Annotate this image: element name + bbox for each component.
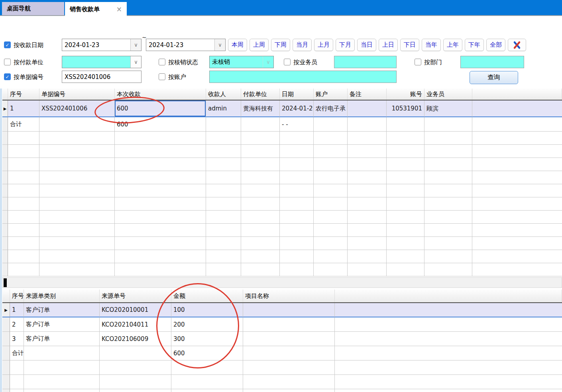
table-row[interactable] bbox=[2, 145, 562, 158]
table-cell[interactable]: 日期 bbox=[280, 89, 314, 100]
table-cell[interactable]: XSS202401006 bbox=[39, 100, 115, 117]
table-cell[interactable] bbox=[280, 250, 314, 263]
table-row[interactable] bbox=[2, 224, 562, 237]
table-cell[interactable] bbox=[314, 171, 348, 184]
table-cell[interactable] bbox=[472, 158, 562, 171]
table-cell[interactable] bbox=[39, 171, 115, 184]
table-cell[interactable] bbox=[8, 184, 39, 197]
table-cell[interactable] bbox=[8, 250, 39, 263]
table-cell[interactable]: 账户 bbox=[314, 89, 348, 100]
table-cell[interactable] bbox=[8, 237, 39, 250]
table-cell[interactable] bbox=[206, 184, 241, 197]
table-cell[interactable] bbox=[8, 263, 39, 276]
table-cell[interactable] bbox=[241, 224, 280, 237]
table-cell[interactable]: 付款单位 bbox=[241, 89, 280, 100]
table-cell[interactable] bbox=[39, 132, 115, 145]
table-cell[interactable] bbox=[206, 197, 241, 211]
table-cell[interactable] bbox=[280, 158, 314, 171]
table-cell[interactable] bbox=[314, 132, 348, 145]
table-cell[interactable] bbox=[348, 224, 387, 237]
table-cell[interactable] bbox=[424, 171, 472, 184]
table-cell[interactable] bbox=[472, 250, 562, 263]
table-cell[interactable] bbox=[387, 132, 424, 145]
table-cell[interactable] bbox=[387, 117, 424, 132]
date-from-combo[interactable]: 2024-01-23 ∨ bbox=[62, 39, 141, 51]
tab-sales-receipt[interactable]: 销售收款单 × bbox=[65, 2, 127, 16]
table-cell[interactable] bbox=[115, 171, 206, 184]
table-cell[interactable] bbox=[314, 158, 348, 171]
table-cell[interactable] bbox=[314, 224, 348, 237]
table-cell[interactable] bbox=[206, 158, 241, 171]
table-cell[interactable] bbox=[280, 132, 314, 145]
table-cell[interactable] bbox=[39, 211, 115, 224]
table-cell[interactable] bbox=[472, 132, 562, 145]
table-cell[interactable]: 金额 bbox=[171, 290, 243, 302]
table-cell[interactable] bbox=[243, 303, 335, 317]
table-cell[interactable] bbox=[243, 375, 335, 389]
table-cell[interactable] bbox=[10, 389, 24, 392]
table-cell[interactable] bbox=[335, 317, 562, 332]
table-cell[interactable]: 200 bbox=[171, 317, 243, 332]
table-cell[interactable] bbox=[243, 360, 335, 375]
table-cell[interactable] bbox=[472, 237, 562, 250]
table-cell[interactable] bbox=[348, 145, 387, 158]
table-cell[interactable] bbox=[241, 171, 280, 184]
account-input[interactable] bbox=[209, 71, 397, 83]
account-checkbox[interactable] bbox=[159, 73, 165, 80]
table-cell[interactable]: 序号 bbox=[8, 89, 39, 100]
table-row[interactable] bbox=[2, 360, 562, 375]
table-cell[interactable] bbox=[387, 158, 424, 171]
table-cell[interactable] bbox=[115, 263, 206, 276]
table-cell[interactable] bbox=[206, 145, 241, 158]
table-row[interactable]: ▶1客户订单KCO202010001100 bbox=[2, 303, 562, 317]
table-row[interactable] bbox=[2, 263, 562, 276]
table-cell[interactable] bbox=[243, 317, 335, 332]
table-cell[interactable] bbox=[241, 117, 280, 132]
table-cell[interactable] bbox=[280, 237, 314, 250]
table-cell[interactable] bbox=[387, 263, 424, 276]
table-cell[interactable] bbox=[472, 89, 562, 100]
table-cell[interactable] bbox=[387, 171, 424, 184]
tab-desktop-navigation[interactable]: 桌面导航 bbox=[2, 2, 64, 15]
table-cell[interactable] bbox=[314, 237, 348, 250]
chevron-down-icon[interactable]: ∨ bbox=[130, 39, 141, 51]
table-cell[interactable] bbox=[2, 290, 10, 302]
table-cell[interactable] bbox=[348, 100, 387, 117]
table-cell[interactable] bbox=[387, 184, 424, 197]
verify-status-checkbox[interactable] bbox=[159, 59, 165, 65]
table-cell[interactable] bbox=[387, 237, 424, 250]
table-cell[interactable] bbox=[39, 117, 115, 132]
table-row[interactable] bbox=[2, 158, 562, 171]
table-cell[interactable] bbox=[280, 263, 314, 276]
table-cell[interactable] bbox=[243, 332, 335, 346]
table-cell[interactable]: 600 bbox=[171, 346, 243, 360]
quick-range-button[interactable]: 下月 bbox=[336, 39, 355, 51]
table-cell[interactable] bbox=[348, 132, 387, 145]
table-cell[interactable] bbox=[115, 224, 206, 237]
table-row[interactable] bbox=[2, 237, 562, 250]
table-cell[interactable] bbox=[206, 263, 241, 276]
table-cell[interactable] bbox=[241, 237, 280, 250]
table-cell[interactable] bbox=[387, 250, 424, 263]
table-cell[interactable] bbox=[39, 263, 115, 276]
table-cell[interactable] bbox=[8, 145, 39, 158]
table-cell[interactable] bbox=[348, 184, 387, 197]
quick-range-button[interactable]: 全部 bbox=[486, 39, 505, 51]
table-cell[interactable] bbox=[335, 375, 562, 389]
chevron-down-icon[interactable]: ∨ bbox=[214, 39, 225, 51]
table-cell[interactable] bbox=[280, 171, 314, 184]
table-cell[interactable] bbox=[171, 389, 243, 392]
table-cell[interactable] bbox=[24, 389, 100, 392]
table-cell[interactable] bbox=[206, 211, 241, 224]
table-cell[interactable] bbox=[335, 360, 562, 375]
table-cell[interactable] bbox=[472, 263, 562, 276]
salesman-checkbox[interactable] bbox=[284, 59, 291, 65]
table-cell[interactable] bbox=[24, 375, 100, 389]
receipt-date-checkbox[interactable]: ✓ bbox=[4, 41, 11, 48]
table-row[interactable]: 合计600 bbox=[2, 346, 562, 360]
table-cell[interactable] bbox=[206, 132, 241, 145]
table-cell[interactable] bbox=[8, 171, 39, 184]
table-cell[interactable]: 备注 bbox=[348, 89, 387, 100]
table-row[interactable]: 合计600- - bbox=[2, 117, 562, 132]
table-cell[interactable] bbox=[424, 145, 472, 158]
